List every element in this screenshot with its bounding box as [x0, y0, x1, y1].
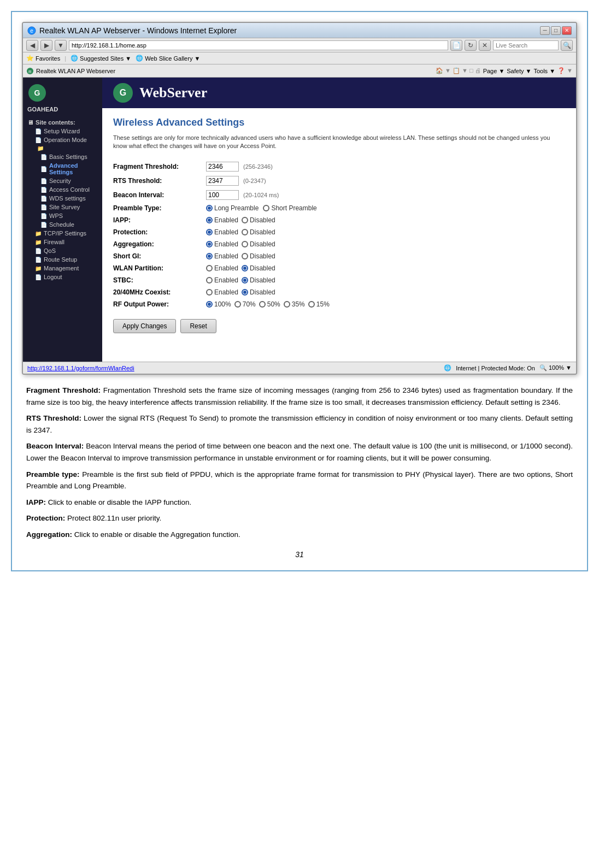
aggregation-enabled-radio[interactable]: [206, 241, 213, 247]
sidebar-item-wds[interactable]: 📄 WDS settings: [27, 194, 98, 203]
sidebar-item-operation-mode[interactable]: 📄 Operation Mode: [27, 135, 98, 144]
sidebar-item-wps[interactable]: 📄 WPS: [27, 211, 98, 220]
sidebar-item-basic-settings[interactable]: 📄 Basic Settings: [27, 152, 98, 161]
stbc-enabled-option[interactable]: Enabled: [206, 276, 238, 284]
iapp-disabled-radio[interactable]: [242, 217, 248, 223]
coexist-row: 20/40MHz Coexist: Enabled Disabled: [113, 286, 565, 298]
sidebar-item-schedule[interactable]: 📄 Schedule: [27, 220, 98, 229]
rf-power-15-option[interactable]: 15%: [308, 300, 330, 308]
wlan-partition-disabled-option[interactable]: Disabled: [242, 264, 275, 272]
protection-enabled-radio[interactable]: [206, 229, 213, 235]
rf-power-70-radio[interactable]: [234, 301, 241, 308]
fragment-threshold-input[interactable]: [206, 162, 239, 172]
sidebar-item-setup-wizard[interactable]: 📄 Setup Wizard: [27, 127, 98, 135]
sidebar-item-security[interactable]: 📄 Security: [27, 176, 98, 185]
coexist-enabled-radio[interactable]: [206, 289, 213, 296]
protection-disabled-radio[interactable]: [242, 229, 248, 235]
wlan-partition-disabled-radio[interactable]: [242, 265, 248, 271]
apply-changes-button[interactable]: Apply Changes: [113, 319, 176, 333]
beacon-interval-hint: (20-1024 ms): [243, 192, 279, 198]
status-zoom[interactable]: 🔍 100% ▼: [539, 364, 572, 371]
reset-button[interactable]: Reset: [180, 319, 216, 333]
tools-menu[interactable]: Tools ▼: [533, 68, 555, 74]
coexist-disabled-option[interactable]: Disabled: [242, 288, 275, 296]
goahead-label: GoAhead: [23, 105, 102, 115]
aggregation-value: Enabled Disabled: [206, 240, 275, 248]
beacon-interval-input[interactable]: [206, 190, 239, 200]
dropdown-button[interactable]: ▼: [55, 40, 67, 51]
coexist-enabled-option[interactable]: Enabled: [206, 288, 238, 296]
preamble-description: Preamble type: Preamble is the first sub…: [26, 469, 573, 492]
sidebar-item-logout[interactable]: 📄 Logout: [27, 273, 98, 281]
short-gi-enabled-option[interactable]: Enabled: [206, 252, 238, 260]
suggested-sites[interactable]: 🌐 Suggested Sites ▼: [71, 55, 131, 62]
status-bar: http://192.168.1.1/goform/formWlanRedi 🌐…: [23, 362, 576, 374]
rf-power-50-option[interactable]: 50%: [259, 300, 280, 308]
page-menu[interactable]: Page ▼: [483, 68, 505, 74]
coexist-disabled-radio[interactable]: [242, 289, 248, 296]
rf-power-35-radio[interactable]: [284, 301, 290, 308]
maximize-button[interactable]: □: [551, 26, 561, 35]
sidebar-item-site-survey[interactable]: 📄 Site Survey: [27, 203, 98, 211]
browser-window: e Realtek WLAN AP Webserver - Windows In…: [22, 22, 577, 375]
back-button[interactable]: ◀: [26, 40, 38, 51]
aggregation-disabled-option[interactable]: Disabled: [242, 240, 275, 248]
iapp-enabled-radio[interactable]: [206, 217, 213, 223]
rf-power-70-option[interactable]: 70%: [234, 300, 256, 308]
wlan-partition-enabled-option[interactable]: Enabled: [206, 264, 238, 272]
sidebar-item-management[interactable]: 📁 Management: [27, 264, 98, 273]
sidebar-item-access-control[interactable]: 📄 Access Control: [27, 185, 98, 194]
stbc-enabled-radio[interactable]: [206, 277, 213, 284]
preamble-long-option[interactable]: Long Preamble: [206, 204, 259, 212]
minimize-button[interactable]: ─: [540, 26, 550, 35]
preamble-short-radio[interactable]: [263, 205, 269, 211]
sidebar-item-advanced-settings[interactable]: 📄 Advanced Settings: [27, 161, 98, 176]
short-gi-disabled-radio[interactable]: [242, 253, 248, 259]
sidebar-item-route[interactable]: 📄 Route Setup: [27, 255, 98, 264]
close-button[interactable]: ✕: [562, 26, 572, 35]
sidebar-item-firewall[interactable]: 📁 Firewall: [27, 238, 98, 246]
svg-text:e: e: [30, 28, 33, 34]
rf-power-35-option[interactable]: 35%: [284, 300, 305, 308]
preamble-short-option[interactable]: Short Preamble: [263, 204, 316, 212]
button-row: Apply Changes Reset: [113, 319, 565, 333]
iapp-body: Click to enable or disable the IAPP func…: [48, 498, 191, 506]
preamble-long-radio[interactable]: [206, 205, 213, 211]
stbc-disabled-option[interactable]: Disabled: [242, 276, 275, 284]
aggregation-row: Aggregation: Enabled Disabled: [113, 238, 565, 250]
sidebar-item-tcpip[interactable]: 📁 TCP/IP Settings: [27, 229, 98, 238]
site-tab-label[interactable]: Realtek WLAN AP Webserver: [36, 68, 115, 74]
iapp-enabled-option[interactable]: Enabled: [206, 216, 238, 224]
fragment-threshold-hint: (256-2346): [243, 163, 273, 170]
favorites-star[interactable]: ⭐ Favorites: [26, 55, 60, 62]
protection-disabled-option[interactable]: Disabled: [242, 228, 275, 236]
rf-power-100-radio[interactable]: [206, 301, 213, 308]
safety-menu[interactable]: Safety ▼: [507, 68, 531, 74]
rts-threshold-input[interactable]: [206, 176, 239, 186]
sidebar-item-qos[interactable]: 📄 QoS: [27, 246, 98, 255]
refresh-button[interactable]: ↻: [465, 40, 477, 51]
aggregation-disabled-radio[interactable]: [242, 241, 248, 247]
stop-button[interactable]: ✕: [479, 40, 491, 51]
rf-power-15-radio[interactable]: [308, 301, 315, 308]
short-gi-disabled-option[interactable]: Disabled: [242, 252, 275, 260]
forward-button[interactable]: ▶: [40, 40, 52, 51]
wlan-partition-enabled-radio[interactable]: [206, 265, 213, 271]
search-input[interactable]: [493, 40, 559, 50]
stbc-disabled-radio[interactable]: [242, 277, 248, 284]
search-go-button[interactable]: 🔍: [561, 40, 573, 51]
web-slice-gallery[interactable]: 🌐 Web Slice Gallery ▼: [136, 55, 200, 62]
iapp-disabled-option[interactable]: Disabled: [242, 216, 275, 224]
rf-power-100-option[interactable]: 100%: [206, 300, 231, 308]
settings-table: Fragment Threshold: (256-2346) RTS Thres…: [113, 160, 565, 310]
protection-title: Protection:: [26, 514, 65, 522]
address-input[interactable]: [69, 40, 448, 50]
aggregation-enabled-option[interactable]: Enabled: [206, 240, 238, 248]
protection-enabled-option[interactable]: Enabled: [206, 228, 238, 236]
beacon-body: Beacon Interval means the period of time…: [26, 442, 573, 462]
page-title: Wireless Advanced Settings: [113, 117, 565, 128]
rf-power-50-radio[interactable]: [259, 301, 266, 308]
short-gi-enabled-radio[interactable]: [206, 253, 213, 259]
doc-icon-logout: 📄: [35, 274, 42, 280]
folder-icon-tcpip: 📁: [35, 231, 42, 237]
